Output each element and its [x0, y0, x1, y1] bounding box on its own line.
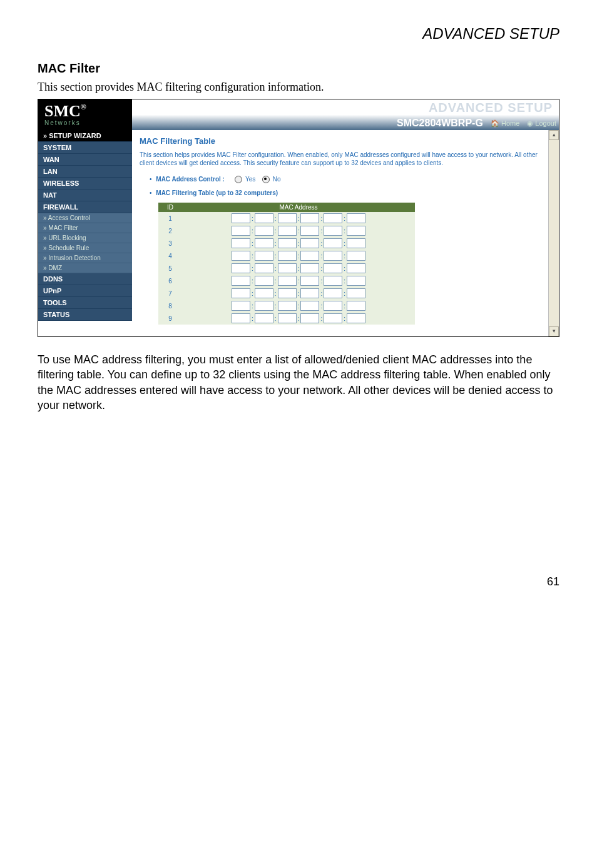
- mac-octet-input[interactable]: [324, 288, 342, 298]
- nav-wireless[interactable]: WIRELESS: [38, 178, 132, 189]
- mac-octet-input[interactable]: [232, 263, 250, 273]
- table-row-mac: :::::: [182, 300, 415, 312]
- subnav-schedule-rule[interactable]: » Schedule Rule: [38, 243, 132, 253]
- mac-octet-input[interactable]: [278, 226, 297, 236]
- scrollbar[interactable]: ▴ ▾: [548, 130, 559, 336]
- mac-octet-input[interactable]: [232, 301, 250, 311]
- mac-octet-input[interactable]: [255, 226, 273, 236]
- section-title: MAC Filter: [38, 61, 559, 76]
- mac-octet-input[interactable]: [347, 238, 365, 248]
- subnav-url-blocking[interactable]: » URL Blocking: [38, 233, 132, 243]
- mac-octet-input[interactable]: [278, 313, 297, 323]
- mac-octet-input[interactable]: [324, 301, 342, 311]
- mac-octet-input[interactable]: [255, 238, 273, 248]
- mac-octet-input[interactable]: [278, 301, 297, 311]
- mac-octet-input[interactable]: [324, 226, 342, 236]
- mac-octet-input[interactable]: [300, 301, 319, 311]
- subnav-mac-filter[interactable]: » MAC Filter: [38, 223, 132, 233]
- mac-octet-input[interactable]: [300, 238, 319, 248]
- nav-upnp[interactable]: UPnP: [38, 285, 132, 297]
- mac-octet-input[interactable]: [300, 313, 319, 323]
- mac-octet-input[interactable]: [255, 276, 273, 286]
- mac-octet-input[interactable]: [278, 288, 297, 298]
- mac-octet-input[interactable]: [232, 226, 250, 236]
- mac-octet-input[interactable]: [300, 276, 319, 286]
- mac-octet-input[interactable]: [347, 226, 365, 236]
- mac-octet-input[interactable]: [255, 313, 273, 323]
- table-row-mac: :::::: [182, 275, 415, 287]
- page-number: 61: [38, 575, 559, 588]
- mac-octet-input[interactable]: [232, 213, 250, 223]
- body-paragraph: To use MAC address filtering, you must e…: [38, 352, 559, 413]
- mac-octet-input[interactable]: [347, 263, 365, 273]
- mac-octet-input[interactable]: [324, 263, 342, 273]
- mac-octet-input[interactable]: [278, 238, 297, 248]
- mac-octet-input[interactable]: [347, 276, 365, 286]
- mac-octet-input[interactable]: [232, 288, 250, 298]
- nav-nat[interactable]: NAT: [38, 189, 132, 201]
- table-row-id: 8: [158, 300, 182, 312]
- mac-octet-input[interactable]: [255, 263, 273, 273]
- mac-octet-input[interactable]: [324, 251, 342, 261]
- nav-tools[interactable]: TOOLS: [38, 297, 132, 309]
- table-row-mac: :::::: [182, 262, 415, 275]
- mac-octet-input[interactable]: [300, 288, 319, 298]
- sidebar-nav: » SETUP WIZARD SYSTEM WAN LAN WIRELESS N…: [38, 130, 132, 336]
- subnav-access-control[interactable]: » Access Control: [38, 213, 132, 223]
- logout-link[interactable]: ◉ Logout: [527, 119, 556, 128]
- mac-octet-input[interactable]: [300, 251, 319, 261]
- table-row-id: 1: [158, 212, 182, 225]
- subnav-dmz[interactable]: » DMZ: [38, 263, 132, 273]
- radio-yes[interactable]: [235, 176, 242, 183]
- mac-octet-input[interactable]: [232, 313, 250, 323]
- scroll-down-icon[interactable]: ▾: [549, 326, 559, 336]
- nav-ddns[interactable]: DDNS: [38, 273, 132, 285]
- subnav-intrusion-detection[interactable]: » Intrusion Detection: [38, 253, 132, 263]
- router-screenshot: SMC® Networks ADVANCED SETUP SMC2804WBRP…: [38, 99, 559, 337]
- table-row-id: 3: [158, 237, 182, 250]
- mac-octet-input[interactable]: [278, 251, 297, 261]
- mac-octet-input[interactable]: [324, 213, 342, 223]
- table-row-id: 7: [158, 287, 182, 300]
- mac-octet-input[interactable]: [347, 213, 365, 223]
- mac-octet-input[interactable]: [278, 276, 297, 286]
- col-id: ID: [158, 203, 182, 212]
- table-row-id: 4: [158, 250, 182, 262]
- mac-octet-input[interactable]: [300, 213, 319, 223]
- mac-octet-input[interactable]: [255, 288, 273, 298]
- radio-no[interactable]: [262, 176, 270, 183]
- col-mac: MAC Address: [182, 203, 415, 212]
- mac-octet-input[interactable]: [347, 313, 365, 323]
- mac-octet-input[interactable]: [347, 301, 365, 311]
- mac-octet-input[interactable]: [300, 226, 319, 236]
- table-row-mac: :::::: [182, 250, 415, 262]
- scroll-up-icon[interactable]: ▴: [549, 130, 559, 140]
- mac-octet-input[interactable]: [255, 301, 273, 311]
- mac-octet-input[interactable]: [278, 213, 297, 223]
- mac-octet-input[interactable]: [232, 276, 250, 286]
- mac-octet-input[interactable]: [232, 251, 250, 261]
- nav-lan[interactable]: LAN: [38, 166, 132, 178]
- mac-octet-input[interactable]: [324, 238, 342, 248]
- mac-octet-input[interactable]: [232, 238, 250, 248]
- nav-setup-wizard[interactable]: » SETUP WIZARD: [38, 130, 132, 142]
- mac-octet-input[interactable]: [255, 251, 273, 261]
- mac-octet-input[interactable]: [347, 288, 365, 298]
- screenshot-main-panel: MAC Filtering Table This section helps p…: [132, 130, 559, 336]
- intro-text: This section provides MAC filtering conf…: [38, 81, 559, 94]
- mac-octet-input[interactable]: [324, 313, 342, 323]
- home-link[interactable]: 🏠 Home: [491, 119, 519, 128]
- mac-octet-input[interactable]: [300, 263, 319, 273]
- page-header: ADVANCED SETUP: [38, 25, 559, 43]
- mac-octet-input[interactable]: [278, 263, 297, 273]
- nav-system[interactable]: SYSTEM: [38, 142, 132, 154]
- logo-cell: SMC® Networks: [38, 99, 132, 130]
- mac-octet-input[interactable]: [347, 251, 365, 261]
- mac-octet-input[interactable]: [255, 213, 273, 223]
- mac-octet-input[interactable]: [324, 276, 342, 286]
- nav-wan[interactable]: WAN: [38, 154, 132, 166]
- panel-title: MAC Filtering Table: [140, 136, 551, 146]
- table-row-mac: :::::: [182, 212, 415, 225]
- nav-status[interactable]: STATUS: [38, 309, 132, 321]
- nav-firewall[interactable]: FIREWALL: [38, 201, 132, 213]
